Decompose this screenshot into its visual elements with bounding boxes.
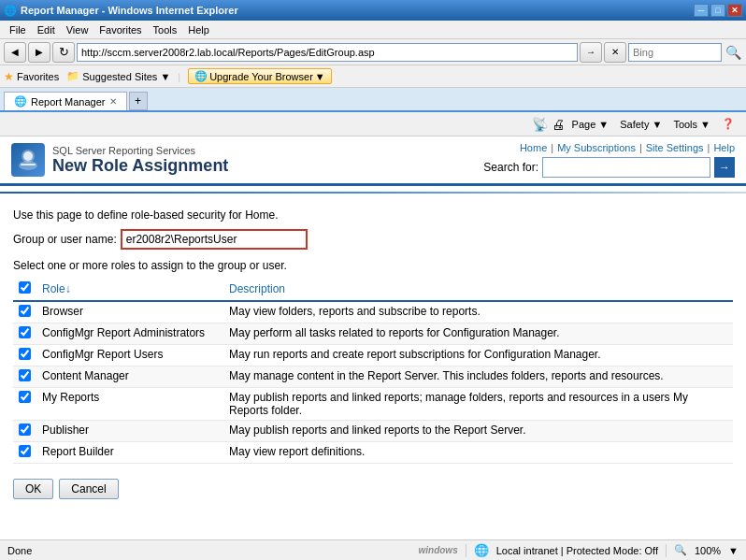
- page-button[interactable]: Page ▼: [568, 117, 613, 132]
- refresh-button[interactable]: ↻: [52, 42, 75, 63]
- col-role[interactable]: Role↓: [36, 278, 223, 301]
- search-row: Search for: →: [483, 157, 735, 178]
- maximize-button[interactable]: □: [710, 4, 725, 17]
- role-description-cell: May view folders, reports and subscribe …: [223, 301, 733, 323]
- role-description-cell: May publish reports and linked reports; …: [223, 388, 733, 421]
- table-row: ConfigMgr Report AdministratorsMay perfo…: [13, 323, 733, 345]
- subscriptions-link[interactable]: My Subscriptions: [557, 142, 636, 153]
- address-bar[interactable]: [77, 43, 578, 62]
- site-settings-link[interactable]: Site Settings: [646, 142, 704, 153]
- ok-button[interactable]: OK: [13, 479, 53, 499]
- nav-bar: ◀ ▶ ↻ → ✕ 🔍: [0, 39, 746, 65]
- minimize-button[interactable]: ─: [694, 4, 709, 17]
- role-name-cell: ConfigMgr Report Users: [36, 345, 223, 366]
- safety-button[interactable]: Safety ▼: [616, 117, 666, 132]
- nav-separator-2: |: [639, 142, 642, 153]
- help-button[interactable]: ❓: [718, 116, 739, 132]
- user-field-input[interactable]: [121, 229, 308, 250]
- role-checkbox[interactable]: [19, 369, 31, 381]
- search-icon[interactable]: 🔍: [724, 43, 742, 62]
- table-row: ConfigMgr Report UsersMay run reports an…: [13, 345, 733, 366]
- windows-logo: windows: [418, 545, 457, 555]
- tab-label: Report Manager: [31, 96, 106, 108]
- print-icon: 🖨: [552, 117, 565, 132]
- role-description-cell: May manage content in the Report Server.…: [223, 366, 733, 388]
- upgrade-browser-button[interactable]: 🌐 Upgrade Your Browser ▼: [188, 68, 332, 84]
- action-buttons: OK Cancel: [13, 479, 733, 499]
- ssrs-title-block: SQL Server Reporting Services New Role A…: [52, 145, 228, 176]
- tab-icon: 🌐: [14, 95, 27, 108]
- svg-rect-3: [21, 164, 36, 165]
- role-checkbox[interactable]: [19, 305, 31, 317]
- role-name-cell: ConfigMgr Report Administrators: [36, 323, 223, 345]
- table-row: BrowserMay view folders, reports and sub…: [13, 301, 733, 323]
- nav-separator-3: |: [708, 142, 710, 153]
- role-checkbox[interactable]: [19, 424, 31, 436]
- favorites-bar: ★ Favorites 📁 Suggested Sites ▼ | 🌐 Upgr…: [0, 65, 746, 88]
- suggested-sites[interactable]: 📁 Suggested Sites ▼: [66, 70, 170, 82]
- active-tab[interactable]: 🌐 Report Manager ✕: [4, 92, 127, 110]
- zoom-level: 100%: [695, 545, 721, 556]
- role-name-cell: Content Manager: [36, 366, 223, 388]
- roles-instruction: Select one or more roles to assign to th…: [13, 259, 733, 272]
- row-checkbox-cell: [13, 388, 36, 421]
- upgrade-arrow-icon: ▼: [315, 71, 325, 82]
- col-description: Description: [223, 278, 733, 301]
- row-checkbox-cell: [13, 366, 36, 388]
- menu-tools[interactable]: Tools: [148, 22, 183, 37]
- search-button[interactable]: →: [714, 157, 735, 178]
- rss-icon: 📡: [532, 117, 548, 132]
- ssrs-subtitle: SQL Server Reporting Services: [52, 145, 228, 156]
- tools-button[interactable]: Tools ▼: [669, 117, 714, 132]
- favorites-button[interactable]: ★ Favorites: [4, 70, 59, 83]
- row-checkbox-cell: [13, 323, 36, 345]
- ssrs-logo-icon: [11, 143, 45, 177]
- forward-button[interactable]: ▶: [28, 42, 50, 63]
- role-description-cell: May view report definitions.: [223, 442, 733, 464]
- role-checkbox[interactable]: [19, 348, 31, 360]
- menu-bar: File Edit View Favorites Tools Help: [0, 21, 746, 39]
- role-name-cell: Publisher: [36, 421, 223, 442]
- search-input[interactable]: [542, 157, 710, 178]
- new-tab-button[interactable]: +: [129, 92, 148, 110]
- role-checkbox[interactable]: [19, 326, 31, 338]
- user-field-label: Group or user name:: [13, 233, 117, 246]
- row-checkbox-cell: [13, 442, 36, 464]
- status-right: windows 🌐 Local intranet | Protected Mod…: [418, 543, 746, 557]
- table-row: Content ManagerMay manage content in the…: [13, 366, 733, 388]
- ssrs-logo: SQL Server Reporting Services New Role A…: [11, 143, 228, 177]
- cancel-button[interactable]: Cancel: [59, 479, 118, 499]
- tab-close-button[interactable]: ✕: [109, 96, 117, 107]
- menu-file[interactable]: File: [4, 22, 32, 37]
- role-name-cell: Browser: [36, 301, 223, 323]
- role-checkbox[interactable]: [19, 391, 31, 403]
- bing-search[interactable]: [628, 43, 722, 62]
- col-check: [13, 278, 36, 301]
- role-description-cell: May run reports and create report subscr…: [223, 345, 733, 366]
- suggested-sites-icon: 📁: [66, 70, 79, 82]
- status-sep-2: [666, 544, 667, 557]
- main-content: Use this page to define role-based secur…: [0, 199, 746, 509]
- row-checkbox-cell: [13, 421, 36, 442]
- favorites-label: Favorites: [17, 71, 59, 82]
- title-bar-controls[interactable]: ─ □ ✕: [694, 4, 742, 17]
- menu-edit[interactable]: Edit: [32, 22, 61, 37]
- menu-favorites[interactable]: Favorites: [93, 22, 147, 37]
- home-link[interactable]: Home: [520, 142, 547, 153]
- page-description: Use this page to define role-based secur…: [13, 208, 733, 222]
- user-field-row: Group or user name:: [13, 229, 733, 250]
- role-checkbox[interactable]: [19, 445, 31, 457]
- menu-help[interactable]: Help: [182, 22, 215, 37]
- ssrs-right: Home | My Subscriptions | Site Settings …: [483, 142, 735, 178]
- go-button[interactable]: →: [580, 42, 602, 63]
- close-button[interactable]: ✕: [727, 4, 742, 17]
- upgrade-label: Upgrade Your Browser: [209, 71, 313, 82]
- stop-button[interactable]: ✕: [604, 42, 626, 63]
- status-text: Done: [0, 545, 32, 556]
- zone-icon: 🌐: [474, 543, 489, 557]
- menu-view[interactable]: View: [61, 22, 94, 37]
- help-link[interactable]: Help: [713, 142, 735, 153]
- status-bar: Done windows 🌐 Local intranet | Protecte…: [0, 539, 746, 560]
- back-button[interactable]: ◀: [4, 42, 26, 63]
- select-all-checkbox[interactable]: [19, 281, 31, 294]
